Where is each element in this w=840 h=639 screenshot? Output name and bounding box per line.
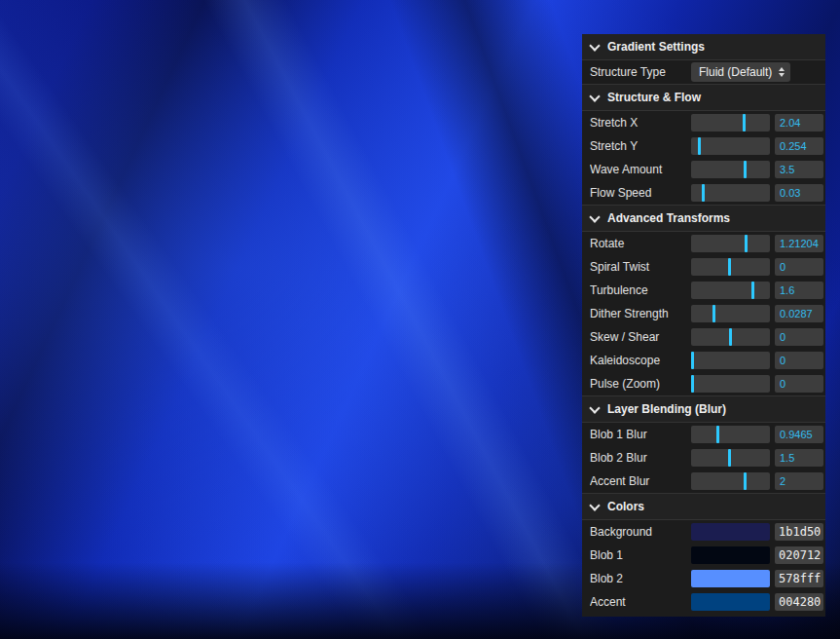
blob-1-color-swatch[interactable] [691, 546, 770, 564]
dither-strength-value-input[interactable]: 0.0287 [775, 305, 823, 322]
chevron-down-icon [589, 91, 600, 101]
widget-zone: 0.254 [691, 137, 823, 155]
control-label: Skew / Shear [590, 330, 691, 344]
blob-1-hex-input[interactable]: 020712 [775, 546, 823, 564]
wave-amount-slider[interactable] [691, 161, 770, 178]
widget-zone: 2 [691, 472, 823, 490]
skew-shear-slider[interactable] [691, 328, 770, 346]
control-label: Wave Amount [590, 163, 691, 176]
slider-handle[interactable] [716, 426, 719, 443]
control-label: Pulse (Zoom) [590, 377, 691, 391]
control-row-blob-2-blur: Blob 2 Blur1.5 [582, 446, 825, 470]
control-label: Structure Type [590, 65, 691, 79]
widget-zone: Fluid (Default) [691, 62, 790, 82]
blob-2-blur-slider[interactable] [691, 449, 770, 467]
slider-handle[interactable] [728, 258, 731, 276]
control-label: Accent [590, 595, 691, 609]
flow-speed-value-input[interactable]: 0.03 [775, 184, 823, 202]
wave-amount-value-input[interactable]: 3.5 [775, 161, 823, 178]
skew-shear-value-input[interactable]: 0 [775, 328, 823, 346]
control-label: Blob 2 Blur [590, 451, 691, 465]
slider-handle[interactable] [744, 472, 747, 490]
widget-zone: 1.6 [691, 282, 823, 299]
slider-handle[interactable] [712, 305, 715, 322]
app-viewport: Gradient SettingsStructure TypeFluid (De… [0, 0, 840, 639]
widget-zone: 2.04 [691, 114, 823, 132]
section-header-colors[interactable]: Colors [582, 493, 825, 520]
slider-handle[interactable] [691, 375, 694, 393]
stretch-x-slider[interactable] [691, 114, 770, 132]
stretch-x-value-input[interactable]: 2.04 [775, 114, 823, 132]
control-row-dither-strength: Dither Strength0.0287 [582, 302, 825, 325]
pulse-zoom-value-input[interactable]: 0 [775, 375, 823, 393]
blob-2-hex-input[interactable]: 578fff [775, 570, 823, 587]
settings-panel: Gradient SettingsStructure TypeFluid (De… [582, 34, 825, 617]
rotate-slider[interactable] [691, 235, 770, 252]
widget-zone: 0 [691, 258, 823, 276]
select-value: Fluid (Default) [699, 65, 772, 79]
control-row-stretch-y: Stretch Y0.254 [582, 134, 825, 158]
control-row-structure-type: Structure TypeFluid (Default) [582, 60, 825, 84]
section-header-gradient-settings[interactable]: Gradient Settings [582, 34, 825, 60]
slider-handle[interactable] [728, 449, 731, 467]
stretch-y-slider[interactable] [691, 137, 770, 155]
control-label: Stretch Y [590, 139, 691, 153]
widget-zone: 0 [691, 375, 823, 393]
chevron-down-icon [589, 500, 600, 510]
control-label: Turbulence [590, 283, 691, 297]
control-row-blob-2: Blob 2578fff [582, 567, 825, 590]
background-hex-input[interactable]: 1b1d50 [775, 523, 823, 541]
blob-2-color-swatch[interactable] [691, 570, 770, 587]
section-header-structure-flow[interactable]: Structure & Flow [582, 84, 825, 111]
section-title: Structure & Flow [607, 91, 701, 104]
spiral-twist-slider[interactable] [691, 258, 770, 276]
slider-handle[interactable] [729, 328, 732, 346]
control-label: Blob 1 [590, 548, 691, 562]
slider-handle[interactable] [691, 352, 694, 369]
structure-type-select[interactable]: Fluid (Default) [691, 62, 790, 82]
slider-handle[interactable] [745, 235, 748, 252]
control-row-spiral-twist: Spiral Twist0 [582, 255, 825, 279]
flow-speed-slider[interactable] [691, 184, 770, 202]
slider-handle[interactable] [743, 114, 746, 132]
accent-blur-slider[interactable] [691, 472, 770, 490]
widget-zone: 0 [691, 352, 823, 369]
rotate-value-input[interactable]: 1.21204 [775, 235, 823, 252]
control-row-background: Background1b1d50 [582, 520, 825, 544]
widget-zone: 0.0287 [691, 305, 823, 322]
accent-blur-value-input[interactable]: 2 [775, 472, 823, 490]
section-header-advanced-transforms[interactable]: Advanced Transforms [582, 205, 825, 232]
blob-1-blur-value-input[interactable]: 0.9465 [775, 426, 823, 443]
widget-zone: 004280 [691, 593, 823, 611]
pulse-zoom-slider[interactable] [691, 375, 770, 393]
slider-handle[interactable] [702, 184, 705, 202]
widget-zone: 020712 [691, 546, 823, 564]
widget-zone: 1b1d50 [691, 523, 823, 541]
kaleidoscope-slider[interactable] [691, 352, 770, 369]
slider-handle[interactable] [751, 282, 754, 299]
dither-strength-slider[interactable] [691, 305, 770, 322]
slider-handle[interactable] [744, 161, 747, 178]
control-label: Background [590, 525, 691, 539]
widget-zone: 3.5 [691, 161, 823, 178]
control-row-accent: Accent004280 [582, 590, 825, 614]
blob-2-blur-value-input[interactable]: 1.5 [775, 449, 823, 467]
accent-hex-input[interactable]: 004280 [775, 593, 823, 611]
section-title: Gradient Settings [607, 40, 705, 54]
control-row-blob-1: Blob 1020712 [582, 544, 825, 567]
slider-handle[interactable] [698, 137, 701, 155]
stretch-y-value-input[interactable]: 0.254 [775, 137, 823, 155]
kaleidoscope-value-input[interactable]: 0 [775, 352, 823, 369]
blob-1-blur-slider[interactable] [691, 426, 770, 443]
control-row-rotate: Rotate1.21204 [582, 232, 825, 255]
widget-zone: 1.21204 [691, 235, 823, 252]
widget-zone: 0 [691, 328, 823, 346]
widget-zone: 0.03 [691, 184, 823, 202]
widget-zone: 0.9465 [691, 426, 823, 443]
background-color-swatch[interactable] [691, 523, 770, 541]
turbulence-value-input[interactable]: 1.6 [775, 282, 823, 299]
section-header-layer-blending-blur[interactable]: Layer Blending (Blur) [582, 395, 825, 423]
turbulence-slider[interactable] [691, 282, 770, 299]
accent-color-swatch[interactable] [691, 593, 770, 611]
spiral-twist-value-input[interactable]: 0 [775, 258, 823, 276]
